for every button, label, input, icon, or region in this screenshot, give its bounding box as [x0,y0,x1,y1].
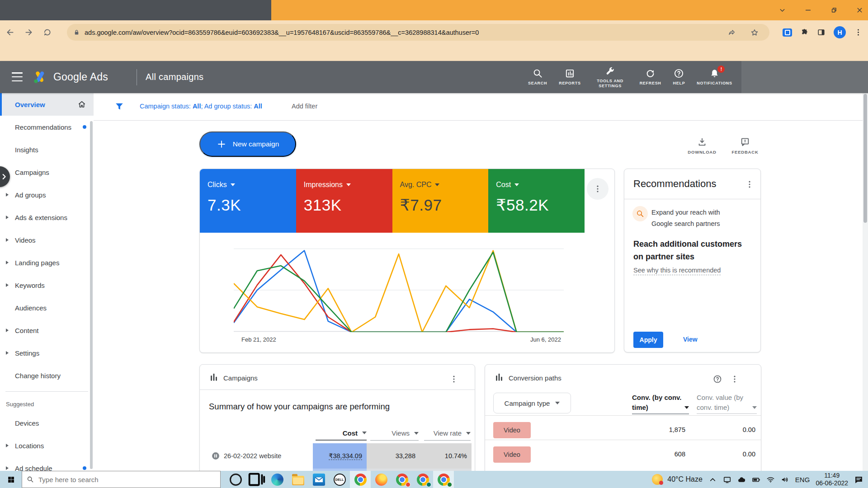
monitor-icon[interactable] [723,475,731,484]
taskbar-firefox[interactable] [371,471,392,488]
column-header-cost[interactable]: Cost [316,426,367,441]
metric-card-impressions[interactable]: Impressions 313K [296,169,392,233]
sidebar-item-videos[interactable]: Videos [0,229,94,251]
extensions-puzzle-icon[interactable] [800,28,809,37]
sidebar-item-recommendations[interactable]: Recommendations [0,116,94,138]
sidebar-item-campaigns[interactable]: Campaigns [0,161,94,183]
taskbar-edge[interactable] [267,471,288,488]
taskbar-chrome[interactable] [392,471,412,488]
recommendation-heading: Reach additional customers [633,238,742,250]
cloud-icon[interactable] [737,475,746,484]
column-header-view-rate[interactable]: View rate [424,426,471,441]
browser-menu-icon[interactable] [854,28,863,37]
campaigns-menu-button[interactable] [448,374,459,385]
sidebar-item-keywords[interactable]: Keywords [0,274,94,296]
tab-search-chevron-icon[interactable] [778,6,786,14]
taskbar-clock[interactable]: 11:49 06-06-2022 [816,472,848,487]
page-scrollbar[interactable] [863,93,868,471]
column-header-views[interactable]: Views [370,426,419,441]
performance-line-chart[interactable] [234,248,564,332]
header-search-button[interactable]: SEARCH [522,61,553,93]
sidebar-item-insights[interactable]: Insights [0,138,94,161]
metric-card-clicks[interactable]: Clicks 7.3K [200,169,296,233]
metric-card-cost[interactable]: Cost ₹58.2K [488,169,585,233]
filter-funnel-icon[interactable] [114,102,124,112]
sidebar-item-change-history[interactable]: Change history [0,364,94,387]
taskbar-weather[interactable]: 40°C Haze [652,474,703,485]
metric-card-avg-cpc[interactable]: Avg. CPC ₹7.97 [392,169,489,233]
action-center-icon[interactable] [854,475,863,484]
sidebar-scrollbar[interactable] [90,121,93,469]
sidebar-item-settings[interactable]: Settings [0,342,94,364]
start-button[interactable] [0,471,22,488]
browser-tab[interactable] [0,0,271,20]
chevron-down-icon [414,432,419,435]
views-cell[interactable]: 33,288 [367,443,420,469]
sidebar-item-devices[interactable]: Devices [0,412,94,434]
extension-tag-icon[interactable] [783,28,792,37]
conversion-menu-button[interactable] [729,374,740,385]
header-notifications-button[interactable]: ! NOTIFICATIONS [691,61,738,93]
view-button[interactable]: View [683,336,698,343]
browser-forward-icon[interactable] [24,28,33,37]
feedback-button[interactable]: FEEDBACK [725,137,765,155]
share-icon[interactable] [728,28,736,37]
taskbar-search-input[interactable] [38,476,216,483]
browser-reload-icon[interactable] [42,28,52,37]
taskbar-chrome[interactable] [412,471,433,488]
taskbar-search[interactable] [22,471,221,488]
hamburger-menu-icon[interactable] [12,72,23,81]
side-panel-icon[interactable] [817,28,826,37]
taskbar-mail[interactable] [308,471,329,488]
chevron-up-icon[interactable] [708,475,717,484]
conversion-help-button[interactable] [712,374,723,385]
taskbar-chrome[interactable] [350,471,371,488]
battery-icon[interactable] [752,475,760,484]
address-bar[interactable]: ads.google.com/aw/overview?ocid=86355978… [67,24,769,41]
taskbar-dell[interactable]: DELL [329,471,350,488]
add-filter-button[interactable]: Add filter [292,103,317,110]
sidebar-item-overview[interactable]: Overview [0,93,94,116]
taskbar-chrome[interactable] [433,471,454,488]
window-minimize-icon[interactable] [804,6,812,14]
new-campaign-button[interactable]: New campaign [199,131,296,157]
performance-card-menu-button[interactable] [587,178,609,200]
conversion-column-header[interactable]: Conv. value (by conv. time) [697,393,757,414]
taskbar-taskview[interactable] [246,471,267,488]
scrollbar-thumb[interactable] [863,94,867,223]
header-help-button[interactable]: HELP [667,61,691,93]
wifi-icon[interactable] [766,475,775,484]
sidebar-item-locations[interactable]: Locations [0,434,94,457]
taskbar-file-explorer[interactable] [288,471,308,488]
window-close-icon[interactable] [856,6,863,14]
window-restore-icon[interactable] [830,6,838,14]
see-why-link[interactable]: See why this is recommended [633,267,721,275]
lock-icon[interactable] [73,29,80,36]
sidebar-item-ad-groups[interactable]: Ad groups [0,183,94,206]
sidebar-item-audiences[interactable]: Audiences [0,296,94,319]
filter-status-link[interactable]: Campaign status: All; Ad group status: A… [140,103,262,110]
speaker-icon[interactable] [781,475,789,484]
bookmark-star-icon[interactable] [750,28,759,37]
download-button[interactable]: DOWNLOAD [682,137,722,155]
header-tools-and-settings-button[interactable]: TOOLS AND SETTINGS [587,61,634,93]
profile-avatar[interactable]: H [834,26,846,38]
header-reports-button[interactable]: REPORTS [553,61,586,93]
url-text[interactable]: ads.google.com/aw/overview?ocid=86355978… [85,29,722,36]
apply-button[interactable]: Apply [633,332,663,348]
conversion-column-header[interactable]: Conv. (by conv. time) [632,393,689,414]
cost-cell[interactable]: ₹38,334.09 [313,443,367,469]
header-refresh-button[interactable]: REFRESH [634,61,667,93]
sidebar-item-ads-extensions[interactable]: Ads & extensions [0,206,94,229]
sidebar-item-content[interactable]: Content [0,319,94,342]
sidebar-item-ad-schedule[interactable]: Ad schedule [0,457,94,471]
language-indicator[interactable]: ENG [795,476,810,483]
taskbar-cortana[interactable] [225,471,246,488]
windows-logo-icon [7,476,15,483]
campaign-type-dropdown[interactable]: Campaign type [493,393,571,413]
sidebar-item-landing-pages[interactable]: Landing pages [0,251,94,274]
view-rate-cell[interactable]: 10.74% [420,443,472,469]
browser-back-icon[interactable] [5,28,15,37]
browser-tabstrip [0,0,868,20]
recommendations-menu-button[interactable] [744,179,755,190]
